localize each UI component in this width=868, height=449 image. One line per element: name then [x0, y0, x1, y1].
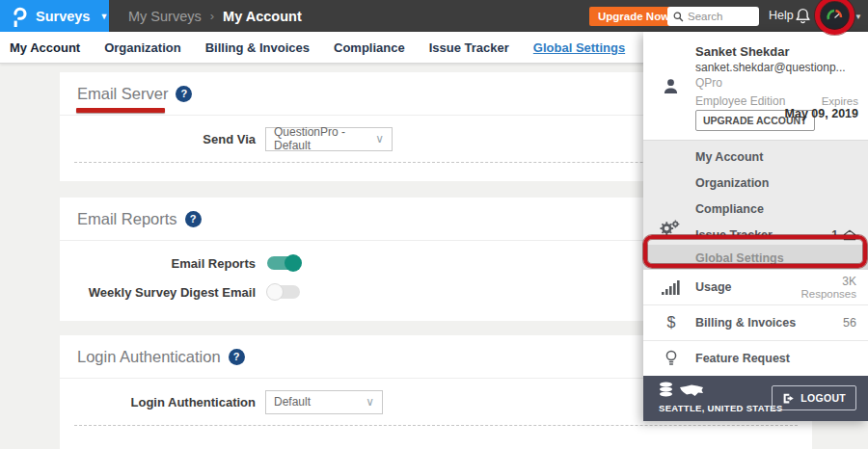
avatar-gauge-icon: [821, 2, 849, 30]
section-title: Email Reports: [77, 210, 177, 228]
issue-tracker-badge: 1: [831, 228, 856, 242]
usage-value: 3K Responses: [800, 275, 856, 300]
logout-icon: [782, 392, 795, 405]
login-authentication-value: Default: [274, 395, 311, 409]
bar-chart-icon: [661, 279, 682, 295]
notifications-button[interactable]: ▼: [795, 7, 822, 24]
tab-compliance[interactable]: Compliance: [334, 40, 405, 55]
user-stats-rows: Usage 3K Responses $ Billing & Invoices …: [643, 270, 868, 377]
send-via-select[interactable]: QuestionPro - Default ∨: [265, 127, 393, 151]
menu-item-issue-tracker[interactable]: Issue Tracker 1: [643, 222, 868, 248]
menu-item-global-settings[interactable]: Global Settings: [643, 245, 868, 271]
chevron-down-icon: ▼: [99, 12, 108, 21]
annotation-underline-email-server: [76, 108, 165, 113]
product-menu-label: Surveys: [36, 9, 90, 24]
user-dropdown-panel: Sanket Shekdar sanket.shekdar@questionp.…: [643, 32, 868, 421]
person-icon: [663, 78, 679, 94]
questionpro-logo-icon: [13, 6, 27, 27]
upgrade-now-button[interactable]: Upgrade Now: [589, 7, 678, 26]
expires-block: Expires May 09, 2019: [785, 95, 858, 120]
breadcrumb-separator-icon: ›: [210, 9, 214, 23]
breadcrumb: My Surveys › My Account: [128, 0, 302, 32]
usa-map-icon: [679, 383, 704, 398]
tab-global-settings[interactable]: Global Settings: [533, 40, 625, 55]
menu-item-feature-request[interactable]: Feature Request: [643, 341, 868, 377]
chevron-down-icon: ∨: [375, 132, 384, 145]
login-authentication-select[interactable]: Default ∨: [265, 390, 383, 414]
weekly-digest-toggle[interactable]: [267, 285, 300, 299]
send-via-label: Send Via: [60, 132, 256, 146]
email-reports-toggle-label: Email Reports: [60, 256, 256, 271]
user-avatar[interactable]: [821, 2, 849, 30]
weekly-digest-toggle-label: Weekly Survey Digest Email: [60, 285, 256, 300]
search-icon: [673, 12, 684, 22]
tab-organization[interactable]: Organization: [104, 40, 180, 55]
help-link[interactable]: Help: [769, 9, 794, 22]
help-question-icon[interactable]: ?: [185, 211, 202, 227]
envelope-icon: [843, 229, 856, 241]
user-profile-block: Sanket Shekdar sanket.shekdar@questionp.…: [643, 32, 868, 140]
menu-item-my-account[interactable]: My Account: [643, 144, 868, 170]
user-organization: QPro: [695, 76, 722, 90]
top-header: Surveys ▼ My Surveys › My Account Upgrad…: [0, 0, 868, 32]
menu-item-billing-invoices[interactable]: $ Billing & Invoices 56: [643, 305, 868, 341]
tab-my-account[interactable]: My Account: [10, 40, 80, 55]
menu-item-organization[interactable]: Organization: [643, 170, 868, 196]
user-edition: Employee Edition: [695, 94, 785, 108]
database-icon: [659, 382, 673, 398]
user-email: sanket.shekdar@questionp...: [695, 61, 846, 74]
logout-button[interactable]: LOGOUT: [772, 385, 856, 410]
user-location: SEATTLE, UNITED STATES: [659, 403, 783, 413]
user-menu-group: My Account Organization Compliance Issue…: [643, 140, 868, 270]
dashed-divider: [74, 425, 798, 426]
chevron-down-icon: ▼: [854, 13, 862, 21]
panel-footer: SEATTLE, UNITED STATES LOGOUT: [643, 376, 868, 421]
help-question-icon[interactable]: ?: [176, 86, 192, 102]
expires-date: May 09, 2019: [785, 107, 858, 120]
menu-item-usage[interactable]: Usage 3K Responses: [643, 270, 868, 305]
app-root: Surveys ▼ My Surveys › My Account Upgrad…: [0, 0, 868, 449]
search-box[interactable]: [667, 7, 759, 26]
send-via-value: QuestionPro - Default: [274, 125, 366, 152]
tab-issue-tracker[interactable]: Issue Tracker: [429, 40, 509, 55]
login-authentication-label: Login Authentication: [60, 395, 256, 409]
help-question-icon[interactable]: ?: [229, 349, 245, 365]
tab-billing-invoices[interactable]: Billing & Invoices: [205, 40, 310, 55]
bell-icon: [795, 7, 811, 24]
breadcrumb-current: My Account: [223, 9, 302, 24]
chevron-down-icon: ∨: [366, 395, 374, 409]
search-input[interactable]: [688, 11, 749, 22]
product-switcher[interactable]: Surveys ▼: [0, 0, 109, 32]
feature-request-label: Feature Request: [695, 352, 790, 365]
lightbulb-icon: [661, 350, 682, 367]
expires-label: Expires: [785, 95, 858, 107]
section-title: Email Server: [77, 85, 168, 103]
menu-item-compliance[interactable]: Compliance: [643, 196, 868, 222]
email-reports-toggle[interactable]: [267, 256, 300, 270]
usage-label: Usage: [695, 280, 732, 294]
breadcrumb-parent[interactable]: My Surveys: [128, 9, 202, 24]
section-title: Login Authentication: [77, 348, 221, 366]
billing-value: 56: [843, 316, 856, 330]
dollar-icon: $: [661, 314, 682, 331]
user-name: Sanket Shekdar: [695, 44, 790, 59]
billing-label: Billing & Invoices: [695, 316, 796, 330]
